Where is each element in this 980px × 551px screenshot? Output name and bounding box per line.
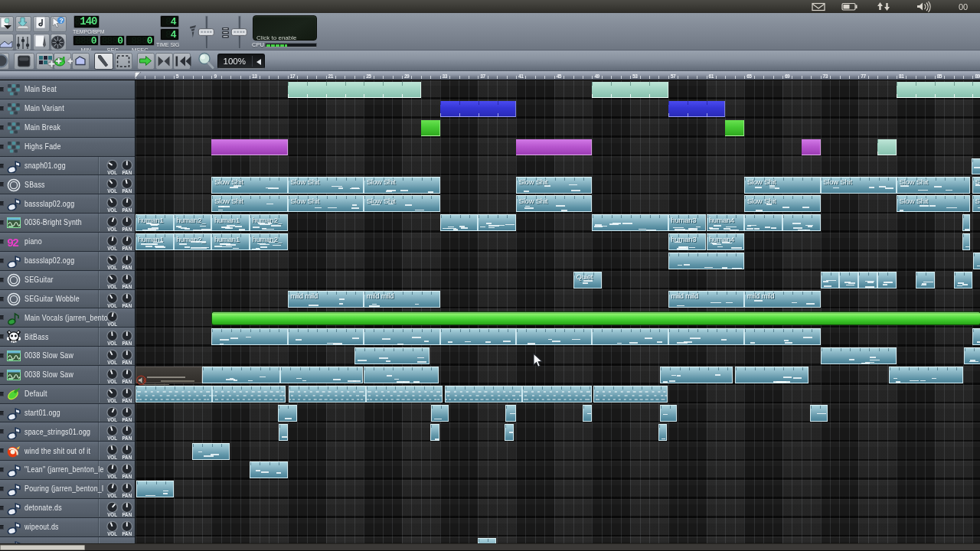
svg-text:PAN: PAN: [122, 283, 132, 289]
svg-text:VOL: VOL: [107, 435, 117, 441]
svg-text:VOL: VOL: [107, 341, 117, 346]
svg-text:00: 00: [959, 2, 968, 11]
svg-text:VOL: VOL: [107, 264, 117, 269]
svg-text:PAN: PAN: [122, 360, 132, 365]
svg-text:VOL: VOL: [107, 169, 117, 174]
svg-text:92: 92: [7, 237, 19, 249]
svg-text:PAN: PAN: [122, 474, 132, 479]
svg-text:VOL: VOL: [107, 416, 117, 422]
svg-text:PAN: PAN: [122, 379, 132, 384]
svg-text:VOL: VOL: [107, 397, 117, 403]
svg-text:VOL: VOL: [107, 379, 117, 384]
svg-text:PAN: PAN: [122, 435, 132, 441]
svg-text:VOL: VOL: [107, 246, 117, 251]
svg-text:PAN: PAN: [122, 416, 132, 422]
svg-text:PAN: PAN: [122, 227, 132, 232]
svg-text:VOL: VOL: [107, 207, 117, 213]
svg-text:VOL: VOL: [107, 321, 117, 327]
svg-text:PAN: PAN: [122, 207, 132, 213]
svg-text:PAN: PAN: [122, 188, 132, 194]
svg-text:VOL: VOL: [107, 493, 117, 498]
svg-text:PAN: PAN: [122, 530, 132, 536]
svg-text:VOL: VOL: [107, 511, 117, 517]
svg-text:VOL: VOL: [107, 283, 117, 289]
svg-text:VOL: VOL: [107, 455, 117, 460]
svg-text:PAN: PAN: [122, 302, 132, 308]
svg-text:VOL: VOL: [107, 302, 117, 308]
svg-text:PAN: PAN: [122, 493, 132, 498]
svg-text:?: ?: [60, 17, 64, 24]
svg-text:VOL: VOL: [107, 474, 117, 479]
svg-text:PAN: PAN: [122, 397, 132, 403]
svg-text:PAN: PAN: [122, 341, 132, 346]
svg-text:PAN: PAN: [122, 264, 132, 269]
svg-text:VOL: VOL: [107, 188, 117, 194]
svg-text:PAN: PAN: [122, 511, 132, 517]
svg-text:PAN: PAN: [122, 169, 132, 174]
svg-text:VOL: VOL: [107, 360, 117, 365]
svg-text:VOL: VOL: [107, 227, 117, 232]
svg-text:PAN: PAN: [122, 246, 132, 251]
svg-text:VOL: VOL: [107, 530, 117, 536]
svg-text:PAN: PAN: [122, 455, 132, 460]
